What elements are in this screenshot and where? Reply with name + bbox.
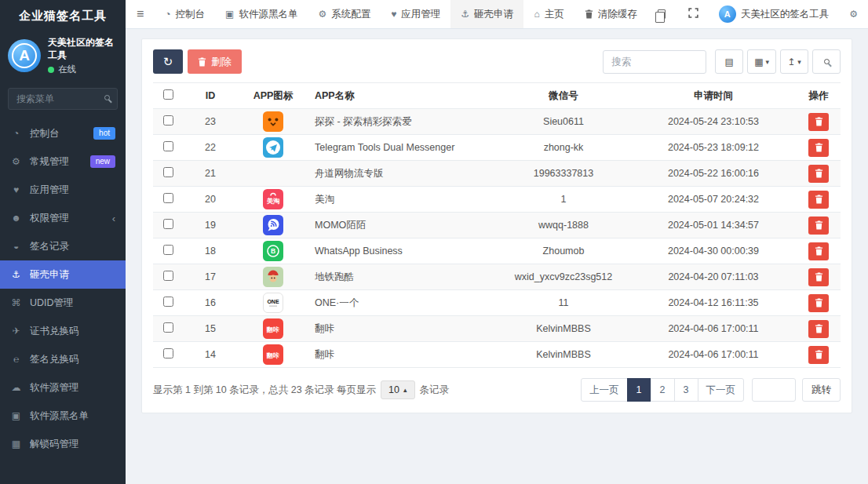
app-icon-subway — [263, 267, 283, 287]
page-button-1[interactable]: 1 — [627, 378, 651, 402]
svg-text:美淘: 美淘 — [266, 197, 279, 205]
row-delete-button[interactable] — [808, 268, 829, 286]
row-checkbox[interactable] — [163, 193, 173, 203]
prev-page-button[interactable]: 上一页 — [581, 378, 628, 402]
dashboard-icon: ◔ — [10, 128, 22, 139]
row-id: 21 — [183, 161, 238, 187]
jump-button[interactable]: 跳转 — [802, 378, 841, 402]
wechat-id: Sieu0611 — [497, 109, 630, 135]
heart-icon: ♥ — [10, 184, 22, 195]
bulk-delete-label: 删除 — [211, 55, 232, 69]
search-button[interactable] — [812, 49, 841, 74]
row-id: 16 — [183, 290, 238, 316]
page-size-dropdown[interactable]: 10 ▴ — [381, 380, 414, 399]
sidebar-item-cert-codes[interactable]: ✈证书兑换码 — [0, 317, 126, 345]
row-delete-button[interactable] — [808, 191, 829, 209]
sidebar-search-input[interactable] — [8, 88, 118, 110]
row-delete-button[interactable] — [808, 217, 829, 235]
topnav-item-system-config[interactable]: ⚙系统配置 — [308, 0, 381, 28]
row-delete-button[interactable] — [808, 242, 829, 260]
sidebar-item-label: 应用管理 — [30, 184, 69, 197]
sidebar-item-udid[interactable]: ⌘UDID管理 — [0, 289, 126, 317]
row-id: 20 — [183, 187, 238, 213]
topnav-item-app-management[interactable]: ♥应用管理 — [381, 0, 450, 28]
page-button-3[interactable]: 3 — [674, 378, 698, 402]
row-checkbox[interactable] — [163, 245, 173, 255]
table-row: 19MOMO陌陌wwqq-18882024-05-01 14:34:57 — [153, 213, 841, 238]
home-link[interactable]: ⌂ 主页 — [523, 0, 574, 28]
refresh-button[interactable]: ↻ — [153, 49, 183, 74]
card-toolbar: ↻ 删除 ▤▦▾↥▾ — [153, 49, 841, 74]
row-id: 19 — [183, 213, 238, 238]
select-all-checkbox[interactable] — [163, 89, 173, 100]
copy-button[interactable] — [647, 0, 678, 28]
row-checkbox[interactable] — [163, 271, 173, 281]
apply-time: 2024-05-23 18:09:12 — [630, 135, 797, 161]
wechat-id: zhong-kk — [497, 135, 630, 161]
row-checkbox[interactable] — [163, 297, 173, 307]
row-checkbox[interactable] — [163, 167, 173, 177]
detail-view-button[interactable]: ▤ — [715, 49, 743, 74]
page-button-2[interactable]: 2 — [651, 378, 675, 402]
avatar[interactable]: A — [8, 39, 41, 72]
user-menu[interactable]: A 天美社区的签名工具 — [709, 0, 840, 28]
next-page-button[interactable]: 下一页 — [698, 378, 745, 402]
columns-button[interactable]: ▦▾ — [747, 49, 776, 74]
table-row: 22Telegram Tools Dual Messengerzhong-kk2… — [153, 135, 841, 161]
topnav-item-dump-request[interactable]: ⚓砸壳申请 — [450, 0, 523, 28]
row-checkbox[interactable] — [163, 219, 173, 229]
sidebar-item-label: 软件源管理 — [30, 381, 79, 395]
sidebar-item-sign-codes[interactable]: ℮签名兑换码 — [0, 345, 126, 373]
sidebar-item-apps[interactable]: ♥应用管理 — [0, 176, 126, 204]
row-delete-button[interactable] — [808, 320, 829, 338]
settings-button[interactable]: ⚙ — [839, 0, 868, 28]
sidebar-item-source-blacklist[interactable]: ▣软件源黑名单 — [0, 402, 126, 430]
sidebar-item-permissions[interactable]: ☻权限管理‹ — [0, 204, 126, 232]
sidebar-item-sources[interactable]: ☁软件源管理 — [0, 373, 126, 402]
topnav-item-dashboard[interactable]: ◔控制台 — [155, 0, 215, 28]
wechat-id: 1 — [497, 187, 630, 213]
bulk-delete-button[interactable]: 删除 — [188, 49, 242, 74]
app-name: WhatsApp Business — [308, 238, 497, 264]
record-summary-suffix: 条记录 — [420, 384, 450, 397]
row-actions-cell — [797, 187, 841, 213]
jump-page-input[interactable] — [752, 378, 796, 402]
app-icon-tantan — [263, 111, 283, 132]
app-icon-fanka: 翻咔 — [263, 318, 283, 339]
sidebar-item-sign-records[interactable]: ◒签名记录 — [0, 232, 126, 260]
sidebar-item-general[interactable]: ⚙常规管理new — [0, 147, 126, 176]
table-search-input[interactable] — [603, 50, 706, 74]
row-checkbox[interactable] — [163, 348, 173, 358]
export-button[interactable]: ↥▾ — [780, 49, 808, 74]
row-delete-button[interactable] — [808, 346, 829, 364]
row-checkbox[interactable] — [163, 115, 173, 126]
apply-time: 2024-05-22 16:00:16 — [630, 161, 797, 187]
dashboard-icon: ◔ — [165, 9, 170, 20]
sidebar-item-unlock-codes[interactable]: ▦解锁码管理 — [0, 430, 126, 458]
row-delete-button[interactable] — [808, 165, 829, 183]
row-delete-button[interactable] — [808, 113, 829, 131]
topnav-item-source-blacklist[interactable]: ▣软件源黑名单 — [215, 0, 308, 28]
row-delete-button[interactable] — [808, 294, 829, 312]
clear-cache-link[interactable]: 清除缓存 — [574, 0, 647, 28]
row-checkbox[interactable] — [163, 141, 173, 151]
wechat-id: 19963337813 — [497, 161, 630, 187]
fullscreen-button[interactable] — [678, 0, 709, 28]
row-checkbox[interactable] — [163, 322, 173, 333]
row-delete-button[interactable] — [808, 139, 829, 157]
app-icon-telegram — [263, 137, 283, 158]
cogs-icon: ⚙ — [849, 9, 858, 20]
app-icon-whatsapp: B — [263, 241, 283, 261]
trash-icon — [585, 9, 593, 19]
sidebar-item-dump-request[interactable]: ⚓砸壳申请 — [0, 260, 126, 289]
row-icon-cell: B — [238, 238, 308, 264]
avatar: A — [719, 5, 736, 23]
topnav-label: 应用管理 — [401, 8, 440, 21]
sidebar-item-dashboard[interactable]: ◔控制台hot — [0, 119, 126, 147]
wechat-id: wxid_yxcv9zc23sg512 — [497, 264, 630, 290]
row-id: 17 — [183, 264, 238, 290]
hamburger-icon[interactable]: ≡ — [126, 0, 155, 28]
keyboard-icon: ▦ — [10, 439, 22, 449]
row-actions-cell — [797, 290, 841, 316]
apply-time: 2024-04-06 17:00:11 — [630, 316, 797, 342]
